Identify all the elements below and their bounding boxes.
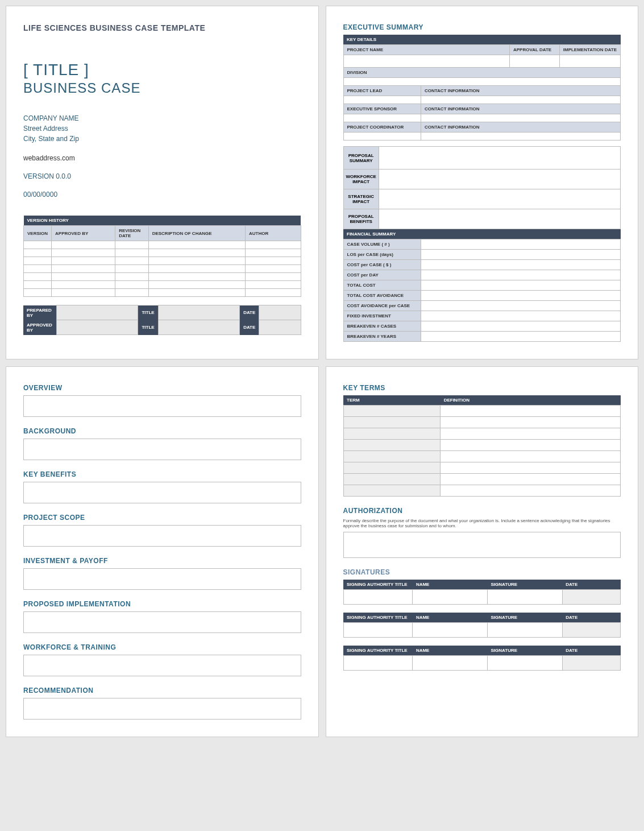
cell[interactable] [421,301,621,311]
cell[interactable] [413,623,488,638]
cell[interactable] [52,289,115,297]
cell[interactable] [343,114,421,122]
cell[interactable] [421,133,621,140]
cell[interactable] [148,289,245,297]
background-input[interactable] [23,439,301,460]
cell[interactable] [246,273,301,281]
cell[interactable] [52,241,115,249]
cell[interactable] [441,462,621,474]
cell[interactable] [148,241,245,249]
cell[interactable] [24,241,52,249]
cell[interactable] [148,265,245,273]
cell[interactable] [441,451,621,462]
cell[interactable] [246,257,301,265]
cell[interactable] [559,55,620,68]
cell[interactable] [421,291,621,301]
cell[interactable] [52,281,115,289]
cell[interactable] [343,96,421,104]
cell[interactable] [421,270,621,280]
cell[interactable] [441,428,621,440]
cell[interactable] [148,273,245,281]
cell[interactable] [148,249,245,257]
cell[interactable] [510,55,560,68]
cell[interactable] [441,417,621,428]
cell[interactable] [343,656,413,671]
cell[interactable] [421,260,621,270]
cell[interactable] [379,169,620,189]
cell[interactable] [24,289,52,297]
scope-input[interactable] [23,525,301,547]
cell[interactable] [421,96,621,104]
workforce-input[interactable] [23,655,301,676]
cell[interactable] [24,249,52,257]
cell[interactable] [343,451,441,462]
cell[interactable] [52,265,115,273]
cell[interactable] [343,623,413,638]
cell[interactable] [246,281,301,289]
cell[interactable] [57,320,138,335]
cell[interactable] [421,321,621,332]
cell[interactable] [148,257,245,265]
cell[interactable] [246,289,301,297]
cell[interactable] [24,273,52,281]
rec-input[interactable] [23,698,301,720]
cell[interactable] [379,189,620,209]
overview-input[interactable] [23,395,301,417]
cell[interactable] [421,280,621,291]
cell[interactable] [246,249,301,257]
cell[interactable] [488,590,563,605]
cell[interactable] [343,440,441,451]
cell[interactable] [488,623,563,638]
impl-input[interactable] [23,611,301,633]
cell[interactable] [52,257,115,265]
cell[interactable] [343,133,421,140]
cell[interactable] [115,257,149,265]
cell[interactable] [24,265,52,273]
invest-input[interactable] [23,568,301,590]
cell[interactable] [413,590,488,605]
cell[interactable] [343,55,510,68]
cell[interactable] [158,320,239,335]
cell[interactable] [421,250,621,260]
cell[interactable] [379,209,620,229]
cell[interactable] [115,241,149,249]
cell[interactable] [115,265,149,273]
benefits-input[interactable] [23,482,301,503]
cell[interactable] [148,281,245,289]
cell[interactable] [379,147,620,169]
cell[interactable] [441,440,621,451]
cell[interactable] [52,273,115,281]
cell[interactable] [421,114,621,122]
cell[interactable] [343,590,413,605]
cell[interactable] [441,474,621,485]
cell[interactable] [115,249,149,257]
cell[interactable] [158,305,239,320]
cell[interactable] [421,332,621,342]
cell[interactable] [343,474,441,485]
cell[interactable] [343,428,441,440]
cell[interactable] [24,281,52,289]
cell[interactable] [343,485,441,497]
cell[interactable] [343,417,441,428]
cell[interactable] [246,241,301,249]
cell[interactable] [562,590,620,605]
cell[interactable] [57,305,138,320]
cell[interactable] [441,485,621,497]
cell[interactable] [421,311,621,321]
cell[interactable] [421,239,621,250]
cell[interactable] [259,320,301,335]
auth-input[interactable] [343,532,621,558]
cell[interactable] [413,656,488,671]
cell[interactable] [52,249,115,257]
cell[interactable] [115,281,149,289]
cell[interactable] [115,273,149,281]
cell[interactable] [562,656,620,671]
cell[interactable] [488,656,563,671]
cell[interactable] [441,406,621,417]
cell[interactable] [115,289,149,297]
cell[interactable] [24,257,52,265]
cell[interactable] [259,305,301,320]
cell[interactable] [343,406,441,417]
cell[interactable] [343,78,621,86]
cell[interactable] [343,462,441,474]
